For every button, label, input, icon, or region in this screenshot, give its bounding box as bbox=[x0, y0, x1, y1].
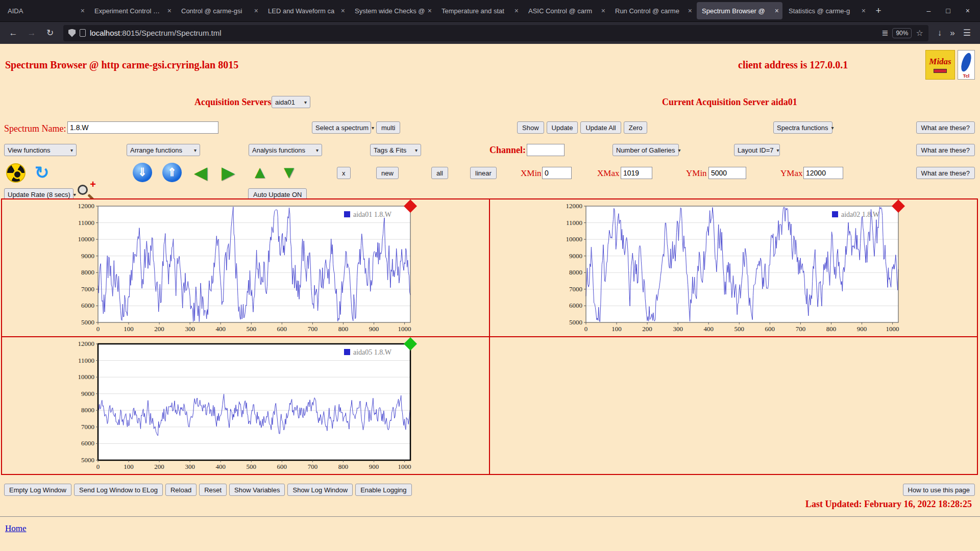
multi-button[interactable]: multi bbox=[376, 121, 400, 134]
spectrum-chart-aida01[interactable]: 5000600070008000900010000110001200001002… bbox=[69, 201, 422, 335]
browser-tab[interactable]: Statistics @ carme-g × bbox=[783, 2, 869, 19]
tab-close-icon[interactable]: × bbox=[514, 7, 519, 15]
tags-fits-select[interactable]: Tags & Fits ▾ bbox=[370, 144, 421, 156]
svg-text:11000: 11000 bbox=[78, 357, 94, 364]
home-link[interactable]: Home bbox=[5, 523, 27, 534]
radiation-icon[interactable] bbox=[6, 163, 26, 183]
nav-reload-button[interactable]: ↻ bbox=[42, 25, 58, 41]
shift-down-icon[interactable]: ▼ bbox=[278, 162, 300, 183]
expand-y-icon[interactable]: ⇑ bbox=[162, 163, 182, 182]
svg-text:6000: 6000 bbox=[569, 302, 582, 309]
new-tab-button[interactable]: + bbox=[870, 2, 887, 19]
browser-tab-active[interactable]: Spectrum Browser @ × bbox=[697, 2, 782, 19]
back-button[interactable]: ← bbox=[5, 25, 21, 41]
ymin-input[interactable] bbox=[708, 167, 746, 179]
tab-close-icon[interactable]: × bbox=[862, 7, 866, 15]
select-spectrum-select[interactable]: Select a spectrum ▾ bbox=[312, 121, 371, 134]
refresh-icon[interactable]: ↻ bbox=[32, 162, 52, 183]
acquisition-server-select[interactable]: aida01 ▾ bbox=[272, 96, 310, 108]
tab-close-icon[interactable]: × bbox=[81, 7, 85, 15]
analysis-functions-select[interactable]: Analysis functions ▾ bbox=[249, 144, 322, 156]
enable-logging-button[interactable]: Enable Logging bbox=[355, 484, 411, 496]
tab-title: LED and Waveform ca bbox=[268, 7, 338, 15]
xmax-input[interactable] bbox=[621, 167, 652, 179]
window-close-button[interactable]: × bbox=[966, 7, 970, 15]
tab-close-icon[interactable]: × bbox=[601, 7, 605, 15]
show-button[interactable]: Show bbox=[517, 121, 544, 134]
browser-tab[interactable]: Control @ carme-gsi × bbox=[176, 2, 262, 19]
tab-close-icon[interactable]: × bbox=[341, 7, 345, 15]
browser-tab[interactable]: LED and Waveform ca × bbox=[263, 2, 349, 19]
linear-button[interactable]: linear bbox=[470, 167, 497, 179]
browser-tab[interactable]: System wide Checks @ × bbox=[350, 2, 435, 19]
overflow-chevron-icon[interactable]: » bbox=[950, 28, 954, 38]
reader-mode-icon[interactable]: ≣ bbox=[881, 28, 888, 38]
shift-up-icon[interactable]: ▲ bbox=[249, 162, 271, 183]
forward-button[interactable]: → bbox=[23, 25, 40, 41]
number-of-galleries-select[interactable]: Number of Galleries ▾ bbox=[612, 144, 679, 156]
zoom-level-badge[interactable]: 90% bbox=[892, 28, 912, 38]
spectrum-chart-aida05[interactable]: 5000600070008000900010000110001200001002… bbox=[69, 339, 422, 472]
view-functions-select[interactable]: View functions ▾ bbox=[4, 144, 77, 156]
shift-left-icon[interactable]: ◀ bbox=[190, 162, 211, 183]
ymax-input[interactable] bbox=[803, 167, 843, 179]
svg-text:5000: 5000 bbox=[81, 318, 94, 326]
acquisition-server-value: aida01 bbox=[275, 98, 295, 106]
spectrum-name-input[interactable] bbox=[67, 121, 218, 134]
browser-tab[interactable]: AIDA × bbox=[3, 2, 88, 19]
layout-id-select[interactable]: Layout ID=7 ▾ bbox=[734, 144, 780, 156]
show-log-window-button[interactable]: Show Log Window bbox=[287, 484, 353, 496]
shift-right-icon[interactable]: ▶ bbox=[217, 162, 239, 183]
show-variables-button[interactable]: Show Variables bbox=[229, 484, 285, 496]
xmin-input[interactable] bbox=[542, 167, 572, 179]
layout-id-value: Layout ID=7 bbox=[738, 146, 773, 154]
svg-text:7000: 7000 bbox=[81, 423, 94, 431]
tab-close-icon[interactable]: × bbox=[167, 7, 172, 15]
tab-close-icon[interactable]: × bbox=[688, 7, 692, 15]
channel-input[interactable] bbox=[527, 144, 565, 156]
tab-close-icon[interactable]: × bbox=[254, 7, 258, 15]
svg-text:700: 700 bbox=[796, 325, 806, 333]
browser-nav-bar: ← → ↻ localhost:8015/Spectrum/Spectrum.t… bbox=[0, 21, 980, 44]
all-button[interactable]: all bbox=[431, 167, 448, 179]
url-text[interactable]: localhost:8015/Spectrum/Spectrum.tml bbox=[90, 29, 877, 37]
tab-close-icon[interactable]: × bbox=[428, 7, 432, 15]
tab-close-icon[interactable]: × bbox=[775, 7, 779, 15]
spectrum-chart-aida02[interactable]: 5000600070008000900010000110001200001002… bbox=[557, 201, 910, 335]
how-to-use-button[interactable]: How to use this page bbox=[903, 484, 975, 496]
url-bar[interactable]: localhost:8015/Spectrum/Spectrum.tml ≣ 9… bbox=[63, 25, 928, 41]
downloads-icon[interactable]: ↓ bbox=[938, 28, 942, 38]
spectrum-action-buttons: Show Update Update All Zero bbox=[517, 121, 647, 134]
update-all-button[interactable]: Update All bbox=[580, 121, 621, 134]
browser-tab[interactable]: ASIC Control @ carm × bbox=[523, 2, 609, 19]
tags-fits-value: Tags & Fits bbox=[374, 146, 406, 154]
reset-button[interactable]: Reset bbox=[199, 484, 227, 496]
compress-y-icon[interactable]: ⇓ bbox=[133, 163, 152, 182]
site-info-icon[interactable] bbox=[80, 29, 86, 37]
bookmark-star-icon[interactable]: ☆ bbox=[916, 28, 923, 38]
reload-button[interactable]: Reload bbox=[165, 484, 197, 496]
browser-tab[interactable]: Experiment Control @ c × bbox=[89, 2, 175, 19]
svg-text:200: 200 bbox=[154, 325, 164, 333]
what-are-these-button-3[interactable]: What are these? bbox=[916, 167, 975, 179]
spectra-functions-select[interactable]: Spectra functions ▾ bbox=[773, 121, 832, 134]
window-minimize-button[interactable]: – bbox=[927, 7, 931, 15]
tcl-logo[interactable]: Tcl bbox=[958, 50, 975, 80]
new-button[interactable]: new bbox=[376, 167, 399, 179]
browser-tab[interactable]: Run Control @ carme × bbox=[610, 2, 696, 19]
browser-tab[interactable]: Temperature and stat × bbox=[436, 2, 522, 19]
empty-log-window-button[interactable]: Empty Log Window bbox=[4, 484, 71, 496]
menu-hamburger-icon[interactable]: ☰ bbox=[963, 28, 971, 38]
midas-logo[interactable]: Midas bbox=[925, 50, 955, 80]
select-spectrum-value: Select a spectrum bbox=[315, 124, 369, 132]
send-log-window-to-elog-button[interactable]: Send Log Window to ELog bbox=[74, 484, 163, 496]
what-are-these-button-2[interactable]: What are these? bbox=[916, 144, 975, 156]
svg-text:0: 0 bbox=[584, 325, 588, 333]
arrange-functions-select[interactable]: Arrange functions ▾ bbox=[127, 144, 200, 156]
window-restore-button[interactable]: □ bbox=[946, 7, 950, 15]
update-button[interactable]: Update bbox=[547, 121, 578, 134]
tracking-protection-shield-icon[interactable] bbox=[68, 29, 76, 37]
what-are-these-button-1[interactable]: What are these? bbox=[916, 121, 975, 134]
x-button[interactable]: x bbox=[337, 167, 351, 179]
zero-button[interactable]: Zero bbox=[624, 121, 648, 134]
